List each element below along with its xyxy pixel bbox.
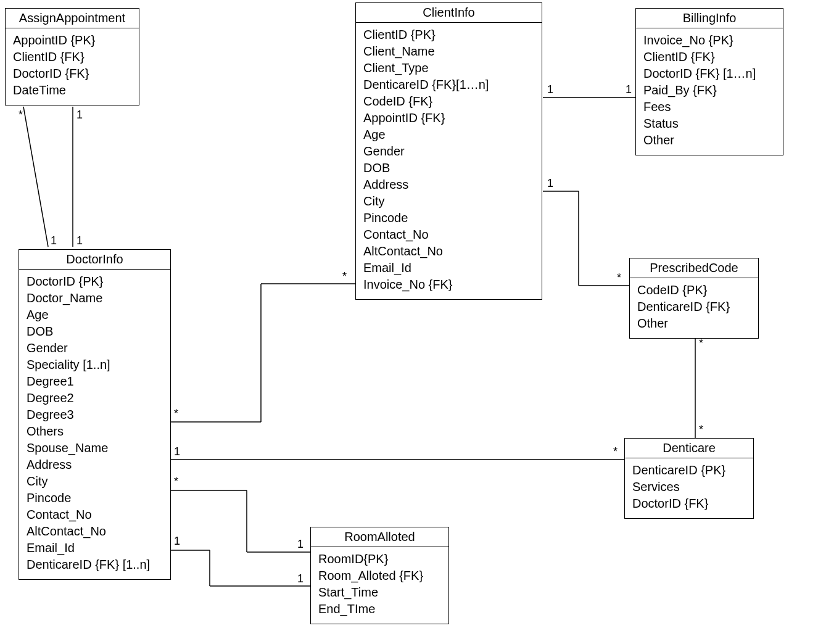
mult-code-denticare-bottom: * bbox=[699, 423, 703, 436]
mult-doctor-client-right: * bbox=[342, 270, 347, 283]
mult-appoint-doctor-a-bottom: 1 bbox=[51, 234, 57, 247]
attr: DateTime bbox=[13, 82, 131, 99]
attr: Speciality [1..n] bbox=[27, 357, 163, 373]
entity-attrs: DoctorID {PK} Doctor_Name Age DOB Gender… bbox=[19, 270, 170, 579]
attr: Degree2 bbox=[27, 390, 163, 407]
attr: ClientID {FK} bbox=[643, 49, 775, 65]
entity-attrs: RoomID{PK} Room_Alloted {FK} Start_Time … bbox=[311, 547, 448, 624]
mult-doctor-room-a-right: 1 bbox=[297, 538, 304, 551]
entity-title: AssignAppointment bbox=[6, 9, 139, 28]
attr: ClientID {PK} bbox=[363, 27, 534, 43]
entity-attrs: CodeID {PK} DenticareID {FK} Other bbox=[630, 278, 758, 338]
attr: AltContact_No bbox=[363, 243, 534, 260]
entity-room-alloted: RoomAlloted RoomID{PK} Room_Alloted {FK}… bbox=[310, 527, 449, 624]
entity-title: ClientInfo bbox=[356, 3, 542, 23]
entity-title: PrescribedCode bbox=[630, 258, 758, 278]
attr: DenticareID {PK} bbox=[632, 462, 746, 479]
mult-code-denticare-top: * bbox=[699, 337, 703, 350]
entity-attrs: ClientID {PK} Client_Name Client_Type De… bbox=[356, 23, 542, 299]
entity-title: DoctorInfo bbox=[19, 250, 170, 270]
attr: DOB bbox=[27, 323, 163, 340]
attr: DenticareID {FK}[1…n] bbox=[363, 76, 534, 93]
er-diagram-canvas: * 1 1 1 * * 1 * * 1 1 1 1 1 1 * * * Assi… bbox=[0, 0, 818, 644]
attr: CodeID {FK} bbox=[363, 93, 534, 110]
attr: Email_Id bbox=[363, 260, 534, 276]
attr: DoctorID {PK} bbox=[27, 273, 163, 290]
attr: DoctorID {FK} [1…n] bbox=[643, 65, 775, 82]
attr: AppointID {PK} bbox=[13, 32, 131, 49]
attr: Pincode bbox=[363, 210, 534, 226]
attr: Others bbox=[27, 423, 163, 440]
entity-assign-appointment: AssignAppointment AppointID {PK} ClientI… bbox=[5, 8, 139, 105]
attr: AppointID {FK} bbox=[363, 110, 534, 126]
mult-client-billing-right: 1 bbox=[626, 83, 632, 96]
attr: Email_Id bbox=[27, 540, 163, 556]
attr: Client_Type bbox=[363, 60, 534, 76]
attr: Address bbox=[363, 176, 534, 193]
attr: Status bbox=[643, 115, 775, 132]
mult-client-code-left: 1 bbox=[547, 177, 553, 190]
attr: RoomID{PK} bbox=[318, 551, 441, 568]
attr: Room_Alloted {FK} bbox=[318, 568, 441, 584]
attr: DenticareID {FK} bbox=[637, 299, 751, 315]
entity-title: Denticare bbox=[625, 439, 753, 458]
mult-doctor-room-b-right: 1 bbox=[297, 572, 304, 585]
mult-appoint-doctor-b-bottom: 1 bbox=[76, 234, 83, 247]
attr: DenticareID {FK} [1..n] bbox=[27, 556, 163, 573]
entity-doctor-info: DoctorInfo DoctorID {PK} Doctor_Name Age… bbox=[19, 249, 171, 580]
entity-attrs: Invoice_No {PK} ClientID {FK} DoctorID {… bbox=[636, 28, 783, 155]
attr: Pincode bbox=[27, 490, 163, 506]
attr: City bbox=[27, 473, 163, 490]
attr: DOB bbox=[363, 160, 534, 176]
attr: Gender bbox=[363, 143, 534, 160]
attr: Paid_By {FK} bbox=[643, 82, 775, 99]
attr: DoctorID {FK} bbox=[13, 65, 131, 82]
svg-line-0 bbox=[23, 107, 48, 247]
attr: Doctor_Name bbox=[27, 290, 163, 307]
mult-appoint-doctor-b-top: 1 bbox=[76, 109, 83, 122]
attr: Degree3 bbox=[27, 407, 163, 423]
mult-client-billing-left: 1 bbox=[547, 83, 553, 96]
attr: Services bbox=[632, 479, 746, 495]
attr: Gender bbox=[27, 340, 163, 357]
attr: Contact_No bbox=[363, 226, 534, 243]
attr: Spouse_Name bbox=[27, 440, 163, 456]
mult-doctor-client-left: * bbox=[174, 407, 178, 420]
attr: City bbox=[363, 193, 534, 210]
attr: End_TIme bbox=[318, 601, 441, 617]
attr: Invoice_No {PK} bbox=[643, 32, 775, 49]
mult-doctor-denticare-left: 1 bbox=[174, 445, 180, 458]
entity-client-info: ClientInfo ClientID {PK} Client_Name Cli… bbox=[355, 2, 542, 300]
attr: Invoice_No {FK} bbox=[363, 276, 534, 293]
attr: Contact_No bbox=[27, 506, 163, 523]
entity-denticare: Denticare DenticareID {PK} Services Doct… bbox=[624, 438, 754, 519]
mult-doctor-denticare-right: * bbox=[613, 445, 618, 458]
attr: Degree1 bbox=[27, 373, 163, 390]
attr: Age bbox=[27, 307, 163, 323]
entity-prescribed-code: PrescribedCode CodeID {PK} DenticareID {… bbox=[629, 258, 759, 339]
mult-appoint-doctor-a-top: * bbox=[19, 109, 23, 122]
attr: CodeID {PK} bbox=[637, 282, 751, 299]
attr: Start_Time bbox=[318, 584, 441, 601]
entity-title: BillingInfo bbox=[636, 9, 783, 28]
attr: Other bbox=[637, 315, 751, 332]
attr: Fees bbox=[643, 99, 775, 115]
attr: Age bbox=[363, 126, 534, 143]
attr: ClientID {FK} bbox=[13, 49, 131, 65]
attr: AltContact_No bbox=[27, 523, 163, 540]
entity-title: RoomAlloted bbox=[311, 527, 448, 547]
mult-client-code-right: * bbox=[617, 271, 621, 284]
attr: Other bbox=[643, 132, 775, 149]
attr: DoctorID {FK} bbox=[632, 495, 746, 512]
attr: Client_Name bbox=[363, 43, 534, 60]
mult-doctor-room-a-left: * bbox=[174, 475, 178, 488]
mult-doctor-room-b-left: 1 bbox=[174, 535, 180, 548]
entity-attrs: AppointID {PK} ClientID {FK} DoctorID {F… bbox=[6, 28, 139, 105]
entity-billing-info: BillingInfo Invoice_No {PK} ClientID {FK… bbox=[635, 8, 783, 155]
entity-attrs: DenticareID {PK} Services DoctorID {FK} bbox=[625, 458, 753, 518]
attr: Address bbox=[27, 456, 163, 473]
